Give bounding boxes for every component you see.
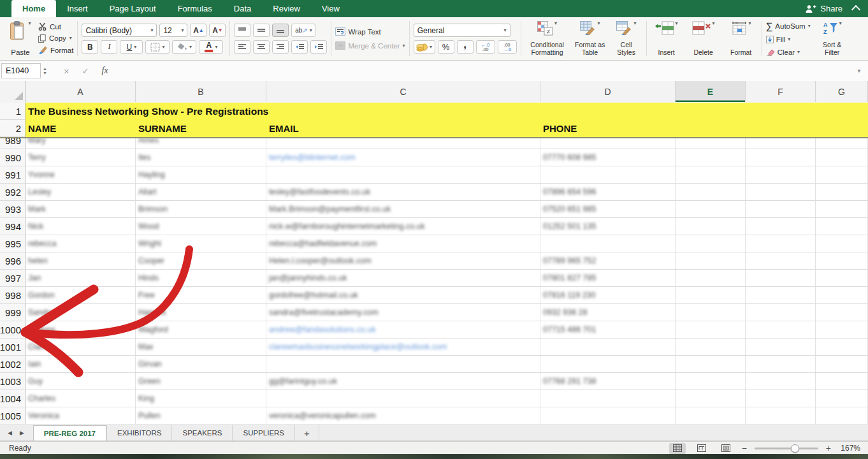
merge-center-button[interactable]: Merge & Center ▾ (335, 41, 405, 50)
font-color-button[interactable]: A ▾ (199, 40, 223, 54)
row-number[interactable]: 990 (0, 149, 25, 166)
cell-phone[interactable]: 07816 119 230 (540, 287, 676, 303)
header-surname[interactable]: SURNAME (138, 120, 187, 137)
cell-f[interactable] (746, 270, 816, 286)
format-as-table-button[interactable]: ▾ Format as Table (572, 18, 608, 59)
copy-button[interactable]: Copy ▾ (38, 34, 73, 43)
column-header-C[interactable]: C (266, 81, 540, 102)
cell-e[interactable] (676, 235, 746, 252)
cell-f[interactable] (746, 407, 816, 424)
cell-g[interactable] (816, 166, 868, 183)
column-header-G[interactable]: G (816, 81, 868, 102)
cell-g[interactable] (816, 287, 868, 303)
cell-f[interactable] (746, 138, 816, 149)
sheet-title[interactable]: The Business Networking Show - Pre Regis… (28, 103, 268, 120)
select-all-corner[interactable] (0, 81, 25, 102)
cell-f[interactable] (746, 321, 816, 338)
grow-font-button[interactable]: A▲ (190, 24, 206, 37)
cell-name[interactable]: rebecca (25, 235, 136, 252)
column-header-E[interactable]: E (676, 81, 746, 102)
cell-email[interactable]: nick.w@farnboroughinternetmarketing.co.u… (266, 218, 540, 235)
column-header-A[interactable]: A (25, 81, 136, 102)
shrink-font-button[interactable]: A▼ (209, 24, 226, 37)
autosum-button[interactable]: ∑ AutoSum ▾ (766, 21, 811, 31)
zoom-in-button[interactable]: + (826, 444, 831, 453)
cell-e[interactable] (676, 373, 746, 390)
insert-cells-button[interactable]: ▾ Insert (651, 18, 683, 59)
row-number[interactable]: 1005 (0, 407, 25, 424)
cell-styles-button[interactable]: ▾ Cell Styles (611, 18, 642, 59)
zoom-out-button[interactable]: − (742, 444, 747, 453)
cell-e[interactable] (676, 321, 746, 338)
cell-phone[interactable] (540, 390, 676, 407)
cell-e[interactable] (676, 252, 746, 269)
cell-phone[interactable]: 01252 501 135 (540, 218, 676, 235)
cell-e[interactable] (676, 184, 746, 200)
cell-email[interactable]: jan@jannyhinds.co.uk (266, 270, 540, 286)
collapse-ribbon-icon[interactable] (851, 5, 860, 14)
sheet-tab-prev-icon[interactable]: ◀ (8, 430, 12, 436)
align-right-button[interactable] (272, 40, 289, 54)
cell-name[interactable]: Terry (25, 149, 136, 166)
cell-e[interactable] (676, 201, 746, 217)
row-number[interactable]: 1002 (0, 356, 25, 372)
cell-email[interactable]: gg@farintguy.co.uk (266, 373, 540, 390)
cell-surname[interactable]: Harrock (136, 304, 266, 321)
cell-surname[interactable]: Green (136, 373, 266, 390)
zoom-slider-thumb[interactable] (791, 444, 799, 453)
row-number[interactable]: 989 (0, 138, 25, 149)
page-break-view-button[interactable] (718, 443, 734, 454)
currency-button[interactable]: ▾ (414, 40, 435, 54)
column-header-D[interactable]: D (540, 81, 676, 102)
normal-view-button[interactable] (669, 443, 686, 454)
header-name[interactable]: NAME (28, 120, 56, 137)
delete-cells-button[interactable]: ▾ Delete (688, 18, 720, 59)
cell-g[interactable] (816, 218, 868, 235)
cell-email[interactable]: lesley@fastfoodevents.co.uk (266, 184, 540, 200)
paste-button[interactable]: ▾ Paste (5, 18, 36, 59)
sheet-tab-speakers[interactable]: SPEAKERS (171, 425, 232, 441)
cell-phone[interactable]: 07715 486 701 (540, 321, 676, 338)
cell-phone[interactable]: 07801 827 785 (540, 270, 676, 286)
cell-f[interactable] (746, 201, 816, 217)
formula-bar-expand-icon[interactable]: ▼ (857, 68, 862, 74)
cancel-icon[interactable]: × (64, 66, 69, 76)
header-phone[interactable]: PHONE (543, 120, 577, 137)
ribbon-tab-review[interactable]: Review (262, 0, 311, 17)
row-number[interactable]: 1001 (0, 339, 25, 355)
cell-phone[interactable]: 07770 608 985 (540, 149, 676, 166)
cell-email[interactable] (266, 166, 540, 183)
cell-name[interactable]: Guy (25, 373, 136, 390)
cell-name[interactable]: Nick (25, 218, 136, 235)
cell-g[interactable] (816, 270, 868, 286)
cell-surname[interactable]: Free (136, 287, 266, 303)
cell-f[interactable] (746, 252, 816, 269)
ribbon-tab-formulas[interactable]: Formulas (167, 0, 223, 17)
decrease-decimal-button[interactable]: .00 →.0 (498, 40, 517, 54)
cell-name[interactable]: Charles (25, 390, 136, 407)
fx-icon[interactable]: fx (102, 66, 108, 76)
row-number[interactable]: 992 (0, 184, 25, 200)
cell-email[interactable]: andrew@fandasolutions.co.uk (266, 321, 540, 338)
cell-f[interactable] (746, 356, 816, 372)
cell-e[interactable] (676, 407, 746, 424)
name-box[interactable]: E1040 (1, 63, 41, 78)
cell-name[interactable]: Mark (25, 201, 136, 217)
cell-phone[interactable] (540, 356, 676, 372)
cell-email[interactable]: rebecca@hadfieldavenue.com (266, 235, 540, 252)
number-format-select[interactable]: General ▾ (414, 24, 510, 37)
sort-filter-button[interactable]: A Z ▾ Sort & Filter (817, 18, 848, 59)
row-number[interactable]: 999 (0, 304, 25, 321)
cell-g[interactable] (816, 304, 868, 321)
cell-surname[interactable]: Wagford (136, 321, 266, 338)
cell-e[interactable] (676, 149, 746, 166)
row-number[interactable]: 1004 (0, 390, 25, 407)
cell-email[interactable]: sandra@fivetrustacademy.com (266, 304, 540, 321)
column-header-B[interactable]: B (136, 81, 266, 102)
cell-g[interactable] (816, 390, 868, 407)
cell-f[interactable] (746, 149, 816, 166)
ribbon-tab-data[interactable]: Data (223, 0, 262, 17)
row-number[interactable]: 991 (0, 166, 25, 183)
cell-f[interactable] (746, 390, 816, 407)
cell-phone[interactable]: 07789 965 752 (540, 252, 676, 269)
